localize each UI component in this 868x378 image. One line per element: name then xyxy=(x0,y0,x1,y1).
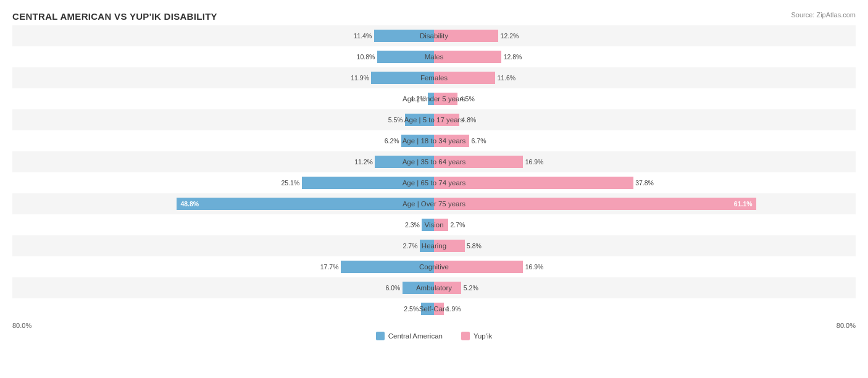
bar-row: 6.0%5.2%Ambulatory xyxy=(12,277,856,298)
bar-value-right: 12.2% xyxy=(501,32,519,40)
bar-value-right: 6.7% xyxy=(472,137,486,145)
bar-value-right: 1.9% xyxy=(446,305,461,313)
bar-left xyxy=(374,30,434,42)
bar-right xyxy=(434,282,461,294)
bar-row: 2.5%1.9%Self-Care xyxy=(12,298,856,319)
bar-row: 11.4%12.2%Disability xyxy=(12,25,856,46)
x-axis-right: 80.0% xyxy=(837,322,856,329)
bar-value-left: 1.2% xyxy=(411,95,425,103)
bar-left xyxy=(421,303,434,315)
legend-box-yupik xyxy=(461,332,470,340)
bar-row: 2.7%5.8%Hearing xyxy=(12,235,856,256)
bar-right xyxy=(434,93,457,105)
bar-value-right: 4.8% xyxy=(461,116,476,124)
chart-area: 11.4%12.2%Disability10.8%12.8%Males11.9%… xyxy=(12,25,856,319)
bar-row: 10.8%12.8%Males xyxy=(12,46,856,67)
chart-container: CENTRAL AMERICAN VS YUP'IK DISABILITY So… xyxy=(0,0,868,378)
bar-left xyxy=(428,93,434,105)
bar-value-left: 2.3% xyxy=(405,221,420,229)
bar-right xyxy=(434,303,444,315)
bar-left: 48.8% xyxy=(177,198,434,210)
bar-row: 11.9%11.6%Females xyxy=(12,67,856,88)
bar-left xyxy=(341,261,434,273)
bar-left xyxy=(371,72,434,84)
bar-value-left: 11.4% xyxy=(353,32,372,40)
bar-right xyxy=(434,72,495,84)
bar-right xyxy=(434,135,469,147)
bar-value-right: 4.5% xyxy=(460,95,475,103)
bar-value-left: 6.0% xyxy=(385,284,400,292)
bar-right xyxy=(434,114,459,126)
bar-value-left: 10.8% xyxy=(357,53,375,61)
bar-value-right: 5.8% xyxy=(467,242,482,250)
bar-left xyxy=(375,156,434,168)
bar-value-left: 6.2% xyxy=(385,137,399,145)
bar-value-right: 11.6% xyxy=(497,74,515,82)
bar-right xyxy=(434,156,523,168)
bar-left xyxy=(405,114,434,126)
legend-box-central xyxy=(376,332,385,340)
bar-value-right: 12.8% xyxy=(504,53,522,61)
bar-right xyxy=(434,30,498,42)
bar-row: 2.3%2.7%Vision xyxy=(12,214,856,235)
bar-value-right: 37.8% xyxy=(635,179,654,187)
bar-right xyxy=(434,240,465,252)
legend-label-central: Central American xyxy=(388,332,443,340)
bar-row: 6.2%6.7%Age | 18 to 34 years xyxy=(12,130,856,151)
bar-value-left: 17.7% xyxy=(320,263,339,271)
bar-left xyxy=(422,219,434,231)
bar-value-left: 11.9% xyxy=(351,74,369,82)
bar-right: 61.1% xyxy=(434,198,756,210)
bar-right xyxy=(434,261,523,273)
bar-value-right: 16.9% xyxy=(525,263,544,271)
bar-value-right: 5.2% xyxy=(464,284,478,292)
bar-row: 1.2%4.5%Age | Under 5 years xyxy=(12,88,856,109)
bar-value-right: 16.9% xyxy=(525,158,544,166)
bar-right xyxy=(434,177,633,189)
legend: Central American Yup'ik xyxy=(12,332,856,340)
bar-value-right: 2.7% xyxy=(450,221,465,229)
bar-value-left: 5.5% xyxy=(388,116,403,124)
legend-label-yupik: Yup'ik xyxy=(474,332,492,340)
bar-right xyxy=(434,51,501,63)
bar-value-right: 61.1% xyxy=(734,200,753,208)
bar-value-left: 11.2% xyxy=(354,158,373,166)
bar-row: 5.5%4.8%Age | 5 to 17 years xyxy=(12,109,856,130)
legend-yupik: Yup'ik xyxy=(461,332,492,340)
bar-value-left: 48.8% xyxy=(180,200,199,208)
bar-left xyxy=(403,282,434,294)
bar-left xyxy=(420,240,434,252)
legend-central-american: Central American xyxy=(376,332,443,340)
bar-row: 17.7%16.9%Cognitive xyxy=(12,256,856,277)
bar-value-left: 2.7% xyxy=(403,242,418,250)
chart-title: CENTRAL AMERICAN VS YUP'IK DISABILITY xyxy=(12,11,856,22)
bar-right xyxy=(434,219,448,231)
x-axis-left: 80.0% xyxy=(12,322,31,329)
bar-left xyxy=(401,135,434,147)
bar-row: 25.1%37.8%Age | 65 to 74 years xyxy=(12,172,856,193)
x-axis-labels: 80.0% 80.0% xyxy=(12,322,856,329)
bar-row: 48.8%61.1%Age | Over 75 years xyxy=(12,193,856,214)
bar-row: 11.2%16.9%Age | 35 to 64 years xyxy=(12,151,856,172)
source-label: Source: ZipAtlas.com xyxy=(791,11,856,19)
bar-value-left: 25.1% xyxy=(282,179,300,187)
bar-value-left: 2.5% xyxy=(404,305,419,313)
bar-left xyxy=(377,51,434,63)
bar-left xyxy=(302,177,434,189)
